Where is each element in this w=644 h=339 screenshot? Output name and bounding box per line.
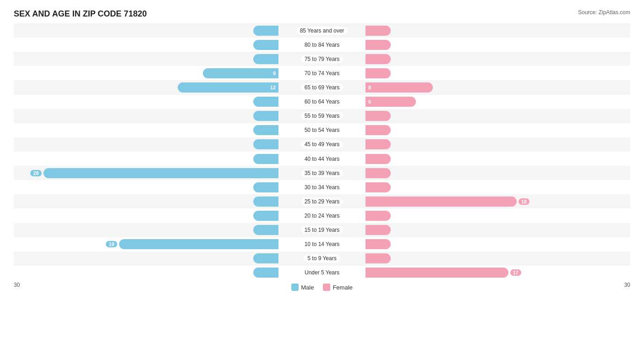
- table-row: 12 65 to 69 Years 8: [14, 80, 630, 94]
- age-label: 85 Years and over: [278, 27, 366, 35]
- age-label: 30 to 34 Years: [278, 183, 366, 191]
- female-bar: [366, 239, 391, 249]
- table-row: 25 to 29 Years 18: [14, 194, 630, 208]
- age-label: 15 to 19 Years: [278, 226, 366, 234]
- age-label: 10 to 14 Years: [278, 240, 366, 248]
- male-bar: [253, 26, 278, 36]
- legend-male-label: Male: [301, 284, 314, 291]
- male-bar: [253, 197, 278, 207]
- right-half: [366, 223, 630, 237]
- left-half: [14, 223, 278, 237]
- female-bar: [366, 26, 391, 36]
- age-label: 20 to 24 Years: [278, 212, 366, 220]
- age-label: 55 to 59 Years: [278, 112, 366, 120]
- left-half: [14, 137, 278, 152]
- right-half: 18: [366, 194, 630, 208]
- male-value-inner: 9: [273, 71, 278, 76]
- table-row: 85 Years and over: [14, 23, 630, 38]
- left-half: [14, 38, 278, 52]
- male-value: 28: [30, 170, 41, 176]
- left-half: [14, 152, 278, 166]
- table-row: Under 5 Years 17: [14, 266, 630, 280]
- butterfly-row: Under 5 Years 17: [14, 266, 630, 280]
- male-value: 19: [106, 241, 117, 247]
- right-half: [366, 252, 630, 266]
- male-bar: [253, 139, 278, 149]
- axis-right-label: 30: [624, 282, 630, 291]
- butterfly-row: 12 65 to 69 Years 8: [14, 80, 630, 94]
- table-row: 50 to 54 Years: [14, 123, 630, 137]
- age-label: Under 5 Years: [278, 268, 366, 277]
- male-bar: [253, 268, 278, 278]
- butterfly-row: 40 to 44 Years: [14, 152, 630, 166]
- butterfly-row: 45 to 49 Years: [14, 137, 630, 152]
- butterfly-row: 60 to 64 Years 6: [14, 95, 630, 109]
- table-row: 28 35 to 39 Years: [14, 166, 630, 180]
- right-half: [366, 123, 630, 137]
- left-half: [14, 252, 278, 266]
- female-bar: 8: [366, 82, 433, 93]
- male-bar: [253, 211, 278, 221]
- male-bar: [253, 225, 278, 235]
- table-row: 55 to 59 Years: [14, 109, 630, 123]
- legend-female-box: [323, 284, 330, 291]
- butterfly-row: 75 to 79 Years: [14, 52, 630, 66]
- butterfly-row: 50 to 54 Years: [14, 123, 630, 137]
- rows-container: 85 Years and over 80 to 84 Years: [14, 23, 630, 280]
- female-bar: [366, 125, 391, 135]
- left-half: [14, 23, 278, 38]
- age-label: 5 to 9 Years: [278, 254, 366, 262]
- table-row: 45 to 49 Years: [14, 137, 630, 152]
- butterfly-row: 55 to 59 Years: [14, 109, 630, 123]
- legend-female-label: Female: [333, 284, 352, 291]
- age-label: 50 to 54 Years: [278, 126, 366, 134]
- butterfly-row: 20 to 24 Years: [14, 208, 630, 223]
- female-value: 17: [510, 269, 521, 276]
- female-bar: [366, 40, 391, 50]
- right-half: [366, 152, 630, 166]
- left-half: [14, 52, 278, 66]
- chart-container: SEX AND AGE IN ZIP CODE 71820 Source: Zi…: [0, 0, 644, 339]
- male-bar: [253, 154, 278, 164]
- right-half: [366, 52, 630, 66]
- age-label: 80 to 84 Years: [278, 41, 366, 49]
- right-half: [366, 180, 630, 194]
- table-row: 15 to 19 Years: [14, 223, 630, 237]
- right-half: [366, 208, 630, 223]
- female-value: 18: [518, 198, 529, 205]
- right-half: 6: [366, 95, 630, 109]
- male-value-inner: 12: [270, 85, 278, 90]
- male-bar: [253, 40, 278, 50]
- butterfly-row: 25 to 29 Years 18: [14, 194, 630, 208]
- female-bar: [366, 253, 391, 263]
- male-bar: [253, 54, 278, 64]
- female-bar: [366, 268, 508, 278]
- legend-male-box: [291, 284, 299, 291]
- male-bar: 9: [203, 68, 278, 78]
- table-row: 30 to 34 Years: [14, 180, 630, 194]
- male-bar: [253, 97, 278, 107]
- left-half: 9: [14, 66, 278, 80]
- butterfly-row: 9 70 to 74 Years: [14, 66, 630, 80]
- left-half: [14, 123, 278, 137]
- table-row: 40 to 44 Years: [14, 152, 630, 166]
- butterfly-row: 30 to 34 Years: [14, 180, 630, 194]
- female-value-inner: 8: [366, 85, 371, 90]
- chart-area: 85 Years and over 80 to 84 Years: [14, 23, 630, 294]
- table-row: 9 70 to 74 Years: [14, 66, 630, 80]
- table-row: 5 to 9 Years: [14, 252, 630, 266]
- right-half: 17: [366, 266, 630, 280]
- butterfly-row: 5 to 9 Years: [14, 252, 630, 266]
- legend-female: Female: [323, 284, 352, 291]
- left-half: [14, 208, 278, 223]
- table-row: 19 10 to 14 Years: [14, 237, 630, 252]
- male-bar: [44, 168, 278, 178]
- male-bar: [119, 239, 278, 249]
- age-label: 45 to 49 Years: [278, 140, 366, 148]
- female-bar: [366, 168, 391, 178]
- butterfly-row: 15 to 19 Years: [14, 223, 630, 237]
- female-bar: [366, 54, 391, 64]
- source-label: Source: ZipAtlas.com: [578, 9, 630, 16]
- butterfly-row: 19 10 to 14 Years: [14, 237, 630, 252]
- chart-title: SEX AND AGE IN ZIP CODE 71820: [14, 9, 630, 19]
